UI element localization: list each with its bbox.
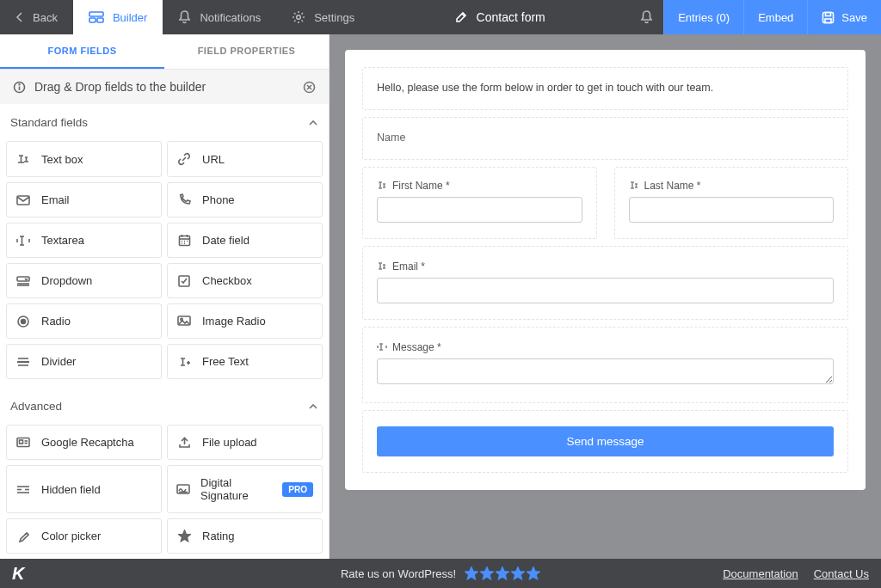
- radio-icon: [15, 315, 31, 328]
- tab-field-properties[interactable]: FIELD PROPERTIES: [164, 34, 329, 69]
- image-radio-icon: [176, 315, 192, 327]
- email-block[interactable]: Email *: [362, 246, 848, 320]
- rate-text: Rate us on WordPress!: [341, 567, 456, 580]
- field-dropdown[interactable]: Dropdown: [6, 263, 162, 298]
- svg-marker-57: [527, 567, 539, 579]
- drag-hint-text: Drag & Drop fields to the builder: [34, 80, 206, 94]
- alerts-button[interactable]: [629, 0, 663, 34]
- field-textbox[interactable]: Text box: [6, 141, 162, 177]
- save-button[interactable]: Save: [807, 0, 881, 34]
- builder-icon: [89, 11, 104, 23]
- email-input[interactable]: [377, 278, 834, 303]
- field-phone[interactable]: Phone: [167, 182, 323, 217]
- envelope-icon: [15, 195, 31, 205]
- edit-icon[interactable]: [454, 10, 468, 24]
- upload-icon: [176, 436, 192, 449]
- field-label: Image Radio: [202, 315, 266, 328]
- back-button[interactable]: Back: [0, 0, 73, 34]
- text-icon: [629, 181, 639, 191]
- top-bar: Back Builder Notifications Settings Cont…: [0, 0, 881, 34]
- chevron-up-icon: [308, 402, 318, 411]
- signature-icon: [176, 484, 190, 495]
- entries-button[interactable]: Entries (0): [663, 0, 743, 34]
- close-hint-icon[interactable]: [303, 81, 316, 94]
- field-radio[interactable]: Radio: [6, 303, 162, 339]
- notifications-label: Notifications: [200, 11, 261, 24]
- textbox-icon: [15, 153, 31, 165]
- svg-marker-54: [481, 567, 493, 579]
- divider-icon: [15, 357, 31, 367]
- form-page: Hello, please use the form below in orde…: [345, 50, 866, 490]
- contact-us-link[interactable]: Contact Us: [814, 567, 869, 580]
- field-label: Text box: [41, 153, 83, 166]
- svg-point-3: [297, 15, 301, 20]
- last-name-block[interactable]: Last Name *: [614, 167, 849, 239]
- intro-block[interactable]: Hello, please use the form below in orde…: [362, 67, 848, 110]
- field-rating[interactable]: Rating: [167, 518, 323, 554]
- checkbox-icon: [176, 275, 192, 287]
- entries-label: Entries (0): [678, 11, 730, 24]
- hidden-icon: [15, 485, 31, 494]
- field-colorpicker[interactable]: Color picker: [6, 518, 162, 554]
- field-upload[interactable]: File upload: [167, 425, 323, 460]
- field-label: Textarea: [41, 234, 84, 247]
- svg-marker-50: [179, 530, 190, 542]
- field-freetext[interactable]: Free Text: [167, 344, 323, 379]
- svg-rect-0: [89, 12, 103, 16]
- field-image-radio[interactable]: Image Radio: [167, 303, 323, 339]
- name-section-block[interactable]: Name: [362, 117, 848, 160]
- field-hidden[interactable]: Hidden field: [6, 465, 162, 513]
- last-name-input[interactable]: [629, 197, 835, 223]
- field-url[interactable]: URL: [167, 141, 323, 177]
- message-input[interactable]: [377, 358, 834, 384]
- settings-tab[interactable]: Settings: [276, 0, 370, 34]
- freetext-icon: [176, 356, 192, 368]
- first-name-input[interactable]: [377, 197, 582, 223]
- svg-rect-1: [89, 18, 95, 22]
- chevron-up-icon: [308, 119, 318, 127]
- save-icon: [822, 11, 835, 24]
- text-icon: [377, 181, 387, 191]
- rating-stars[interactable]: [465, 567, 540, 580]
- tab-form-fields[interactable]: FORM FIELDS: [0, 34, 164, 69]
- field-divider[interactable]: Divider: [6, 344, 162, 379]
- save-label: Save: [841, 11, 867, 24]
- svg-rect-13: [17, 196, 29, 205]
- field-textarea[interactable]: Textarea: [6, 223, 162, 258]
- text-icon: [377, 261, 387, 272]
- field-label: Color picker: [41, 530, 101, 542]
- field-label: Checkbox: [202, 274, 252, 287]
- field-email[interactable]: Email: [6, 182, 162, 217]
- field-recaptcha[interactable]: Google Recaptcha: [6, 425, 162, 460]
- form-canvas[interactable]: Hello, please use the form below in orde…: [330, 34, 881, 559]
- submit-button[interactable]: Send message: [377, 426, 834, 456]
- intro-text: Hello, please use the form below in orde…: [377, 82, 834, 94]
- svg-rect-5: [826, 12, 831, 15]
- svg-rect-6: [825, 19, 831, 23]
- builder-tab[interactable]: Builder: [73, 0, 163, 34]
- settings-label: Settings: [314, 11, 354, 24]
- section-advanced-fields[interactable]: Advanced: [0, 388, 329, 425]
- message-block[interactable]: Message *: [362, 327, 848, 403]
- section-standard-fields[interactable]: Standard fields: [0, 104, 329, 141]
- phone-icon: [176, 193, 192, 206]
- field-label: File upload: [202, 436, 257, 449]
- embed-button[interactable]: Embed: [743, 0, 807, 34]
- svg-rect-2: [97, 18, 103, 22]
- documentation-link[interactable]: Documentation: [723, 567, 798, 580]
- svg-marker-56: [512, 567, 524, 579]
- textarea-icon: [377, 342, 387, 352]
- recaptcha-icon: [15, 437, 31, 448]
- field-label: Dropdown: [41, 274, 92, 287]
- submit-block[interactable]: Send message: [362, 410, 848, 473]
- field-checkbox[interactable]: Checkbox: [167, 263, 323, 298]
- email-label: Email *: [392, 260, 425, 273]
- field-date[interactable]: Date field: [167, 223, 323, 258]
- field-label: Divider: [41, 355, 76, 368]
- notifications-tab[interactable]: Notifications: [163, 0, 276, 34]
- first-name-block[interactable]: First Name *: [362, 167, 597, 239]
- svg-marker-53: [465, 567, 477, 579]
- footer-bar: K Rate us on WordPress! Documentation Co…: [0, 559, 881, 588]
- field-signature[interactable]: Digital Signature PRO: [167, 465, 323, 513]
- bell-icon: [178, 10, 191, 24]
